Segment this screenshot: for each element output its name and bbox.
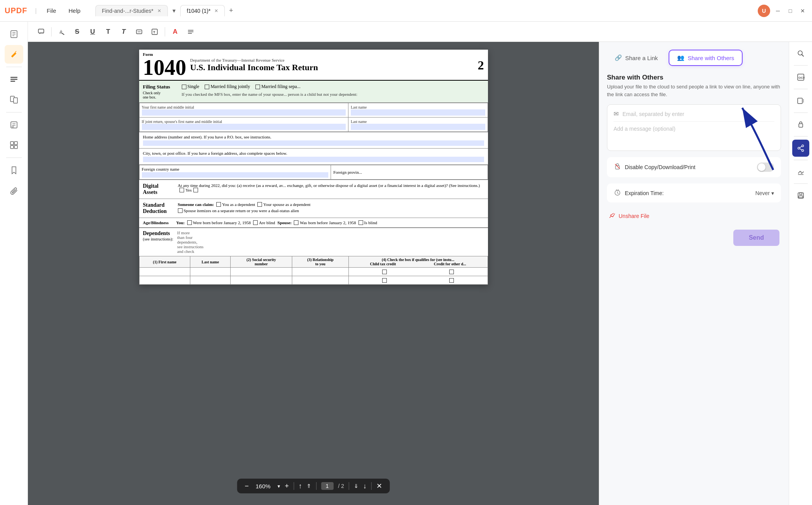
scroll-top-button[interactable]: ⇑ (307, 483, 311, 489)
tab-1[interactable]: f1040 (1)* ✕ (180, 5, 225, 16)
rs-ocr[interactable]: OCR (792, 69, 809, 86)
tool-color[interactable]: A (168, 25, 182, 39)
zoom-out-button[interactable]: − (245, 482, 249, 490)
spouse-dep-checkbox[interactable] (257, 202, 262, 207)
tool-more[interactable] (184, 25, 198, 39)
da-no-checkbox[interactable] (193, 188, 198, 192)
filing-options: Single Married filing jointly Married fi… (182, 84, 484, 90)
expiration-icon (614, 189, 621, 197)
pdf-canvas-area[interactable]: Form 1040 Department of the Treasury—Int… (28, 42, 599, 505)
tab-add[interactable]: + (226, 5, 236, 16)
maximize-button[interactable]: □ (786, 6, 795, 16)
digital-assets-label: Digital Assets (143, 183, 178, 195)
tool-text-box[interactable] (132, 25, 146, 39)
dep-1-other-credit-cb[interactable] (449, 270, 454, 274)
svg-rect-39 (799, 124, 803, 127)
title-bar-right: U ─ □ ✕ (758, 5, 807, 17)
tool-highlight[interactable] (55, 25, 69, 39)
sidebar-item-attachment[interactable] (5, 181, 23, 200)
tab-0-close[interactable]: ✕ (157, 8, 161, 14)
unshare-row[interactable]: Unshare File (607, 209, 781, 223)
blind-checkbox[interactable] (253, 220, 258, 225)
sidebar-item-bookmark[interactable] (5, 161, 23, 180)
dependent-checkbox[interactable] (216, 202, 221, 207)
menu-help[interactable]: Help (63, 5, 86, 16)
mfs-checkbox[interactable] (255, 85, 260, 89)
born-58-checkbox[interactable] (187, 220, 192, 225)
da-yes-checkbox[interactable] (179, 188, 184, 192)
email-input-row: ✉ (614, 110, 774, 122)
sidebar-item-edit[interactable] (5, 70, 23, 89)
dep-1-fn[interactable] (139, 268, 190, 276)
dep-2-rel[interactable] (292, 276, 348, 285)
svg-rect-10 (11, 122, 17, 128)
dep-1-ssn[interactable] (230, 268, 292, 276)
spouse-born-58-checkbox[interactable] (294, 220, 298, 225)
tab-0[interactable]: Find-and-...r-Studies* ✕ (95, 5, 168, 16)
scroll-up-button[interactable]: ↑ (298, 482, 302, 490)
close-toolbar-button[interactable]: ✕ (376, 482, 382, 490)
email-input[interactable] (622, 111, 774, 117)
page-down-button[interactable]: ⇓ (354, 483, 359, 489)
tab-dropdown[interactable]: ▾ (169, 5, 179, 16)
last-name-input[interactable] (351, 109, 485, 116)
dep-2-other-credit-cb[interactable] (449, 278, 454, 283)
scroll-down-button[interactable]: ↓ (363, 482, 367, 490)
tool-text-style[interactable]: T (148, 25, 162, 39)
rs-convert[interactable] (792, 92, 809, 109)
city-input[interactable] (143, 157, 484, 162)
tab-share-others[interactable]: 👥 Share with Others (669, 50, 743, 66)
foreign-country-input[interactable] (142, 172, 328, 178)
address-input[interactable] (143, 140, 484, 146)
mfj-checkbox[interactable] (205, 85, 209, 89)
svg-rect-15 (14, 142, 17, 145)
tool-underline[interactable]: U (86, 25, 100, 39)
dep-2-ln[interactable] (190, 276, 230, 285)
pdf-toolbar-sep-4 (371, 482, 372, 490)
rs-share[interactable] (792, 140, 809, 157)
svg-rect-5 (10, 77, 17, 78)
spouse-last-input[interactable] (351, 124, 485, 130)
dep-1-ln[interactable] (190, 268, 230, 276)
expiration-dropdown[interactable]: Never ▾ (755, 190, 774, 196)
name-row-1: Your first name and middle initial Last … (139, 103, 488, 118)
sidebar-item-view[interactable] (5, 25, 23, 43)
dep-2-child-credit-cb[interactable] (382, 278, 387, 283)
tabs-area: Find-and-...r-Studies* ✕ ▾ f1040 (1)* ✕ … (95, 5, 755, 16)
sidebar-item-organize[interactable] (5, 136, 23, 154)
zoom-dropdown[interactable]: ▾ (278, 483, 280, 489)
minimize-button[interactable]: ─ (773, 6, 783, 16)
tool-strikethrough[interactable]: S (70, 25, 84, 39)
tab-1-close[interactable]: ✕ (214, 8, 218, 14)
send-button[interactable]: Send (733, 230, 779, 246)
page-number-input[interactable] (321, 482, 333, 490)
rs-protect[interactable] (792, 116, 809, 133)
disable-copy-toggle[interactable] (757, 163, 774, 172)
rs-save[interactable] (792, 187, 809, 204)
single-checkbox[interactable] (182, 85, 186, 89)
menu-file[interactable]: File (41, 5, 62, 16)
dep-1-rel[interactable] (292, 268, 348, 276)
spouse-blind-checkbox[interactable] (359, 220, 363, 225)
zoom-in-button[interactable]: + (285, 482, 289, 490)
tool-text-bold[interactable]: T (117, 25, 131, 39)
dep-2-ssn[interactable] (230, 276, 292, 285)
sidebar-item-forms[interactable] (5, 116, 23, 134)
tab-share-link[interactable]: 🔗 Share a Link (607, 50, 665, 66)
rs-search[interactable] (792, 45, 809, 62)
close-button[interactable]: ✕ (798, 6, 807, 16)
sidebar-item-pages[interactable] (5, 90, 23, 109)
tool-text-T[interactable]: T (101, 25, 115, 39)
disable-icon (614, 163, 621, 171)
first-name-input[interactable] (142, 109, 346, 116)
message-placeholder[interactable]: Add a message (optional) (614, 126, 676, 132)
sidebar-item-annotate[interactable] (5, 45, 23, 64)
spouse-name-label: If joint return, spouse's first name and… (139, 118, 348, 132)
svg-point-40 (802, 145, 803, 147)
rs-sign[interactable] (792, 163, 809, 180)
spouse-name-input[interactable] (142, 124, 346, 130)
tool-comment[interactable] (34, 25, 48, 39)
dep-2-fn[interactable] (139, 276, 190, 285)
dep-1-child-credit-cb[interactable] (382, 270, 387, 274)
spouse-itemize-checkbox[interactable] (178, 208, 183, 213)
